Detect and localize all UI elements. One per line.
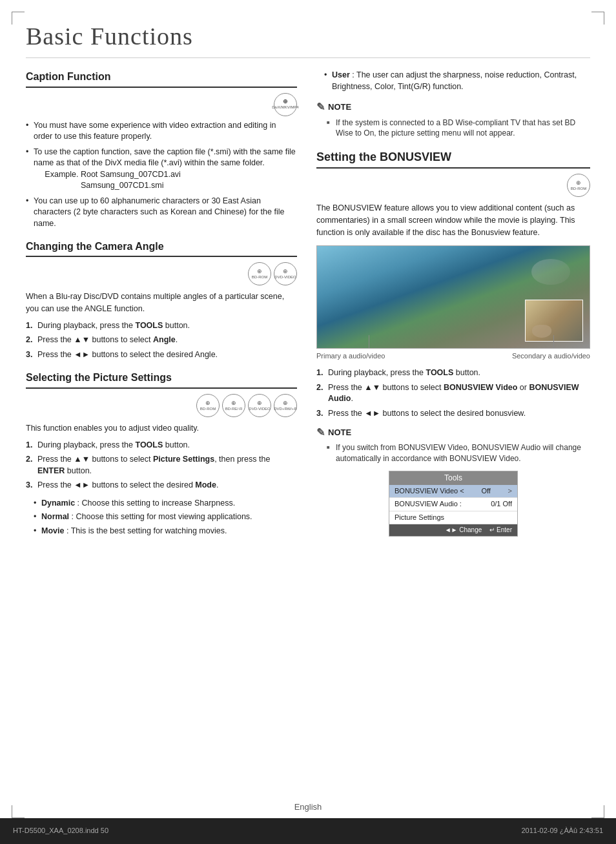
divx-badge-label: ⊕ — [283, 99, 288, 105]
note-list-bonusview: If you switch from BONUSVIEW Video, BONU… — [327, 442, 590, 464]
caption-bullet-2: To use the caption function, save the ca… — [26, 147, 297, 192]
divx-badge: ⊕ DivX/MKV/MP4 — [274, 93, 297, 116]
english-label: English — [294, 802, 322, 812]
dvd-video-badge-angle: ⊕ DVD-VIDEO — [274, 262, 297, 285]
picture-modes-list: Dynamic : Choose this setting to increas… — [34, 498, 297, 537]
picture-settings-intro: This function enables you to adjust vide… — [26, 422, 297, 435]
tools-row-1-label: BONUSVIEW Video < — [395, 486, 464, 496]
bottom-bar: HT-D5500_XAA_0208.indd 50 2011-02-09 ¿ÀÀ… — [0, 818, 616, 844]
caption-badge-row: ⊕ DivX/MKV/MP4 — [26, 93, 297, 116]
note-header-top: ✎ NOTE — [316, 100, 590, 114]
tools-footer-enter: ↵ Enter — [489, 526, 512, 535]
note-box-bonusview: ✎ NOTE If you switch from BONUSVIEW Vide… — [316, 426, 590, 464]
camera-step-1: 1.During playback, press the TOOLS butto… — [26, 320, 297, 332]
bonusview-step-1: 1.During playback, press the TOOLS butto… — [316, 367, 590, 379]
bd-re-badge-pic: ⊕ BD-RE/-R — [222, 394, 245, 417]
bonusview-step-2: 2.Press the ▲▼ buttons to select BONUSVI… — [316, 382, 590, 405]
pic-step-1: 1.During playback, press the TOOLS butto… — [26, 440, 297, 451]
pic-step-2: 2.Press the ▲▼ buttons to select Picture… — [26, 454, 297, 477]
camera-angle-steps: 1.During playback, press the TOOLS butto… — [26, 320, 297, 361]
tools-row-2-label: BONUSVIEW Audio : — [395, 499, 462, 509]
bd-rom-text: BD-ROM — [252, 275, 267, 280]
divx-badge-text: DivX/MKV/MP4 — [272, 105, 298, 110]
caption-bullet-list: You must have some experience with video… — [26, 120, 297, 230]
mode-dynamic: Dynamic : Choose this setting to increas… — [34, 498, 297, 509]
primary-label-line — [369, 335, 369, 348]
camera-angle-badge-row: ⊕ BD-ROM ⊕ DVD-VIDEO — [26, 262, 297, 285]
dvd-video-badge-pic: ⊕ DVD-VIDEO — [248, 394, 271, 417]
label-primary: Primary a audio/video — [316, 351, 385, 361]
mode-movie: Movie : This is the best setting for wat… — [34, 526, 297, 537]
bonusview-note-item-1: If you switch from BONUSVIEW Video, BONU… — [327, 442, 590, 464]
picture-settings-steps: 1.During playback, press the TOOLS butto… — [26, 440, 297, 491]
caption-function-heading: Caption Function — [26, 70, 297, 87]
note-item-top-1: If the system is connected to a BD Wise-… — [327, 118, 590, 139]
bonusview-step-3: 3.Press the ◄► buttons to select the des… — [316, 408, 590, 420]
bonusview-steps: 1.During playback, press the TOOLS butto… — [316, 367, 590, 419]
caption-bullet-3: You can use up to 60 alphanumeric charac… — [26, 196, 297, 230]
dvd-video-text: DVD-VIDEO — [274, 275, 296, 280]
bd-rom-badge-bonusview: ⊕ BD-ROM — [567, 174, 590, 197]
bonusview-labels: Primary a audio/video Secondary a audio/… — [316, 351, 590, 361]
bonusview-intro: The BONUSVIEW feature allows you to view… — [316, 202, 590, 238]
bonusview-image — [316, 245, 590, 349]
camera-step-2: 2.Press the ▲▼ buttons to select Angle. — [26, 335, 297, 346]
note-label-bonusview: NOTE — [328, 427, 351, 438]
content-area: Basic Functions Caption Function ⊕ DivX/… — [26, 19, 590, 812]
tools-menu-row-3: Picture Settings — [389, 511, 517, 524]
note-label-top: NOTE — [328, 101, 351, 113]
note-list-top: If the system is connected to a BD Wise-… — [327, 118, 590, 139]
bd-rom-badge-angle: ⊕ BD-ROM — [248, 262, 271, 285]
tools-row-3-label: Picture Settings — [395, 513, 444, 522]
left-column: Caption Function ⊕ DivX/MKV/MP4 You must… — [26, 70, 297, 539]
bonusview-heading: Setting the BONUSVIEW — [316, 149, 590, 169]
tools-menu-row-2: BONUSVIEW Audio : 0/1 Off — [389, 498, 517, 511]
camera-angle-heading: Changing the Camera Angle — [26, 240, 297, 257]
tools-row-1-arrow: > — [508, 486, 512, 496]
mode-normal: Normal : Choose this setting for most vi… — [34, 511, 297, 523]
mode-user: User : The user can adjust the sharpness… — [324, 70, 590, 92]
dvd-rw-badge-pic: ⊕ DVD+RW/+R — [274, 394, 297, 417]
footer-center-label: English — [0, 801, 616, 813]
footer-left-text: HT-D5500_XAA_0208.indd 50 — [13, 826, 108, 836]
note-header-bonusview: ✎ NOTE — [316, 426, 590, 440]
camera-step-3: 3.Press the ◄► buttons to select the des… — [26, 349, 297, 361]
footer-right-text: 2011-02-09 ¿ÀÀû 2:43:51 — [521, 826, 603, 836]
tools-menu-footer: ◄► Change ↵ Enter — [389, 524, 517, 536]
picture-settings-heading: Selecting the Picture Settings — [26, 371, 297, 388]
tools-footer-change: ◄► Change — [445, 526, 482, 535]
secondary-label-line — [553, 335, 554, 348]
bonusview-pip — [525, 300, 583, 342]
tools-menu: Tools BONUSVIEW Video < Off > BONUSVIEW … — [389, 471, 518, 537]
note-icon-top: ✎ — [316, 100, 325, 114]
picture-settings-badge-row: ⊕ BD-ROM ⊕ BD-RE/-R ⊕ DVD-VIDEO ⊕ DVD+RW… — [26, 394, 297, 417]
note-icon-bonusview: ✎ — [316, 426, 325, 440]
caption-bullet-1: You must have some experience with video… — [26, 120, 297, 143]
tools-menu-row-1: BONUSVIEW Video < Off > — [389, 485, 517, 498]
tools-row-1-value: Off — [481, 486, 490, 496]
bd-rom-icon: ⊕ — [257, 269, 262, 275]
user-mode-list: User : The user can adjust the sharpness… — [324, 70, 590, 92]
page-title: Basic Functions — [26, 19, 590, 58]
tools-row-2-value: 0/1 Off — [491, 499, 512, 509]
dvd-video-icon: ⊕ — [283, 269, 288, 275]
two-col-layout: Caption Function ⊕ DivX/MKV/MP4 You must… — [26, 70, 590, 539]
page-container: Basic Functions Caption Function ⊕ DivX/… — [0, 0, 616, 844]
camera-angle-intro: When a Blu-ray Disc/DVD contains multipl… — [26, 291, 297, 315]
corner-mark-tl — [12, 12, 25, 25]
label-secondary: Secondary a audio/video — [512, 351, 590, 361]
pic-step-3: 3.Press the ◄► buttons to select the des… — [26, 480, 297, 491]
bd-rom-badge-pic: ⊕ BD-ROM — [196, 394, 220, 417]
bonusview-badge-row: ⊕ BD-ROM — [316, 174, 590, 197]
right-column: User : The user can adjust the sharpness… — [316, 70, 590, 539]
note-box-top-right: ✎ NOTE If the system is connected to a B… — [316, 100, 590, 139]
tools-menu-title: Tools — [389, 471, 517, 485]
corner-mark-tr — [591, 12, 604, 25]
